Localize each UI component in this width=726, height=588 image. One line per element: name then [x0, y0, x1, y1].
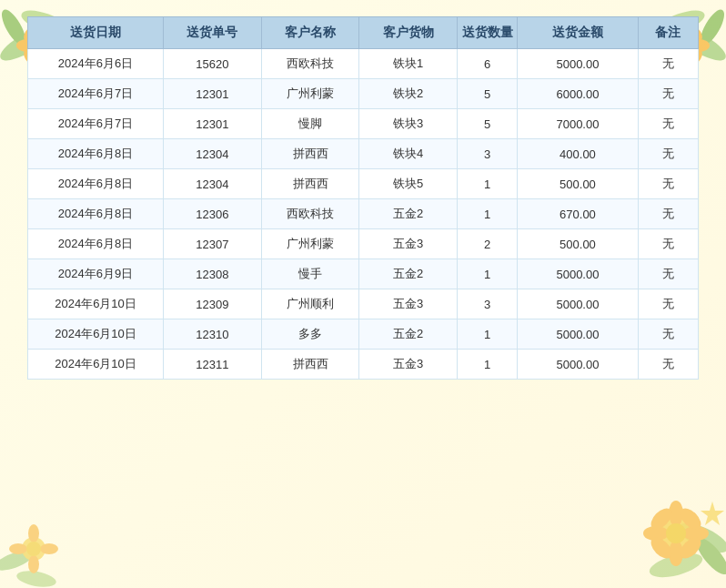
- table-header-row: 送货日期 送货单号 客户名称 客户货物 送货数量 送货金额 备注: [28, 17, 699, 49]
- cell-remark: 无: [638, 109, 698, 139]
- cell-customer: 慢手: [261, 259, 359, 289]
- cell-amount: 6000.00: [518, 79, 638, 109]
- cell-goods: 五金3: [359, 229, 458, 259]
- table-row: 2024年6月8日12304拼西西铁块51500.00无: [28, 169, 699, 199]
- header-qty: 送货数量: [457, 17, 517, 49]
- cell-remark: 无: [638, 350, 698, 380]
- cell-customer: 拼西西: [261, 169, 359, 199]
- delivery-table: 送货日期 送货单号 客户名称 客户货物 送货数量 送货金额 备注 2024年6月…: [27, 16, 699, 380]
- cell-qty: 3: [457, 139, 517, 169]
- cell-customer: 西欧科技: [261, 49, 359, 79]
- cell-qty: 1: [457, 199, 517, 229]
- cell-order: 12304: [164, 139, 262, 169]
- cell-amount: 500.00: [518, 169, 638, 199]
- table-row: 2024年6月7日12301广州利蒙铁块256000.00无: [28, 79, 699, 109]
- cell-remark: 无: [638, 259, 698, 289]
- cell-goods: 五金2: [359, 259, 458, 289]
- cell-goods: 铁块2: [359, 79, 458, 109]
- cell-date: 2024年6月8日: [28, 139, 164, 169]
- cell-goods: 铁块5: [359, 169, 458, 199]
- header-date: 送货日期: [28, 17, 164, 49]
- cell-qty: 1: [457, 259, 517, 289]
- cell-order: 12301: [164, 79, 262, 109]
- cell-remark: 无: [638, 199, 698, 229]
- cell-qty: 3: [457, 289, 517, 319]
- cell-amount: 400.00: [518, 139, 638, 169]
- cell-order: 12307: [164, 229, 262, 259]
- cell-remark: 无: [638, 79, 698, 109]
- cell-order: 15620: [164, 49, 262, 79]
- cell-qty: 6: [457, 49, 517, 79]
- table-row: 2024年6月8日12306西欧科技五金21670.00无: [28, 199, 699, 229]
- cell-date: 2024年6月10日: [28, 319, 164, 350]
- cell-date: 2024年6月8日: [28, 169, 164, 199]
- cell-date: 2024年6月8日: [28, 229, 164, 259]
- header-goods: 客户货物: [359, 17, 458, 49]
- table-row: 2024年6月7日12301慢脚铁块357000.00无: [28, 109, 699, 139]
- cell-remark: 无: [638, 139, 698, 169]
- cell-amount: 5000.00: [518, 350, 638, 380]
- cell-remark: 无: [638, 319, 698, 350]
- cell-customer: 广州利蒙: [261, 79, 359, 109]
- cell-goods: 五金3: [359, 289, 458, 319]
- table-row: 2024年6月10日12309广州顺利五金335000.00无: [28, 289, 699, 319]
- cell-qty: 2: [457, 229, 517, 259]
- cell-date: 2024年6月6日: [28, 49, 164, 79]
- header-remark: 备注: [638, 17, 698, 49]
- cell-qty: 1: [457, 350, 517, 380]
- cell-amount: 5000.00: [518, 259, 638, 289]
- cell-goods: 五金2: [359, 199, 458, 229]
- cell-customer: 慢脚: [261, 109, 359, 139]
- svg-point-31: [9, 543, 27, 554]
- cell-remark: 无: [638, 229, 698, 259]
- cell-qty: 5: [457, 79, 517, 109]
- cell-remark: 无: [638, 289, 698, 319]
- cell-order: 12311: [164, 350, 262, 380]
- cell-amount: 500.00: [518, 229, 638, 259]
- cell-order: 12306: [164, 199, 262, 229]
- table-row: 2024年6月6日15620西欧科技铁块165000.00无: [28, 49, 699, 79]
- table-row: 2024年6月10日12311拼西西五金315000.00无: [28, 350, 699, 380]
- cell-date: 2024年6月10日: [28, 289, 164, 319]
- cell-order: 12301: [164, 109, 262, 139]
- cell-amount: 5000.00: [518, 319, 638, 350]
- cell-order: 12308: [164, 259, 262, 289]
- cell-amount: 670.00: [518, 199, 638, 229]
- cell-customer: 西欧科技: [261, 199, 359, 229]
- table-row: 2024年6月8日12307广州利蒙五金32500.00无: [28, 229, 699, 259]
- table-row: 2024年6月8日12304拼西西铁块43400.00无: [28, 139, 699, 169]
- cell-qty: 5: [457, 109, 517, 139]
- cell-date: 2024年6月7日: [28, 109, 164, 139]
- cell-amount: 5000.00: [518, 289, 638, 319]
- cell-goods: 铁块4: [359, 139, 458, 169]
- cell-customer: 多多: [261, 319, 359, 350]
- cell-order: 12310: [164, 319, 262, 350]
- cell-qty: 1: [457, 169, 517, 199]
- cell-amount: 7000.00: [518, 109, 638, 139]
- cell-remark: 无: [638, 49, 698, 79]
- table-container: 送货日期 送货单号 客户名称 客户货物 送货数量 送货金额 备注 2024年6月…: [27, 16, 699, 572]
- cell-date: 2024年6月7日: [28, 79, 164, 109]
- cell-customer: 广州顺利: [261, 289, 359, 319]
- cell-date: 2024年6月8日: [28, 199, 164, 229]
- cell-goods: 五金3: [359, 350, 458, 380]
- background: 送货日期 送货单号 客户名称 客户货物 送货数量 送货金额 备注 2024年6月…: [0, 0, 726, 588]
- header-amount: 送货金额: [518, 17, 638, 49]
- cell-date: 2024年6月10日: [28, 350, 164, 380]
- cell-customer: 拼西西: [261, 139, 359, 169]
- cell-order: 12304: [164, 169, 262, 199]
- cell-goods: 五金2: [359, 319, 458, 350]
- cell-date: 2024年6月9日: [28, 259, 164, 289]
- cell-goods: 铁块1: [359, 49, 458, 79]
- cell-customer: 拼西西: [261, 350, 359, 380]
- table-row: 2024年6月9日12308慢手五金215000.00无: [28, 259, 699, 289]
- table-row: 2024年6月10日12310多多五金215000.00无: [28, 319, 699, 350]
- header-order: 送货单号: [164, 17, 262, 49]
- cell-goods: 铁块3: [359, 109, 458, 139]
- svg-marker-47: [701, 502, 724, 525]
- cell-customer: 广州利蒙: [261, 229, 359, 259]
- header-customer: 客户名称: [261, 17, 359, 49]
- cell-remark: 无: [638, 169, 698, 199]
- cell-amount: 5000.00: [518, 49, 638, 79]
- cell-order: 12309: [164, 289, 262, 319]
